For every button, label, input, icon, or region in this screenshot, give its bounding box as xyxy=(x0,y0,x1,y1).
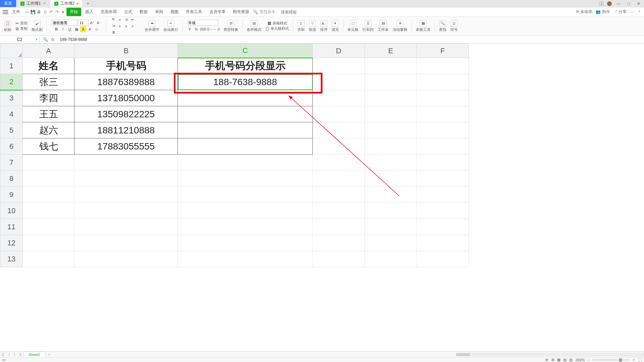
cell[interactable] xyxy=(365,251,417,267)
cell[interactable]: 姓名 xyxy=(23,58,75,74)
close-icon[interactable]: ✕ xyxy=(43,1,46,6)
percent-icon[interactable]: % xyxy=(193,26,199,32)
col-header-a[interactable]: A xyxy=(23,44,75,58)
sheet-button[interactable]: ▤工作表 xyxy=(376,20,390,32)
cell[interactable] xyxy=(178,155,313,171)
col-header-d[interactable]: D xyxy=(313,44,365,58)
menu-review[interactable]: 审阅 xyxy=(152,8,166,16)
font-size-input[interactable] xyxy=(78,20,89,26)
border-button[interactable]: ▦ xyxy=(73,26,80,32)
cond-format-button[interactable]: ▤条件格式 xyxy=(245,20,263,32)
name-box[interactable]: ▼ xyxy=(0,36,40,43)
align-top-icon[interactable]: ⇱ xyxy=(110,17,116,23)
menu-formulas[interactable]: 公式 xyxy=(121,8,136,16)
share-link[interactable]: ↗ 分享 xyxy=(613,9,627,15)
filter-button[interactable]: ▽筛选 xyxy=(307,20,317,32)
redo-icon[interactable]: ↷ xyxy=(54,9,60,15)
cell[interactable] xyxy=(365,122,417,138)
indent-dec-icon[interactable]: ⇤ xyxy=(130,17,136,23)
cell[interactable] xyxy=(417,219,469,235)
dec-decimal-icon[interactable]: ←.0 xyxy=(213,26,219,32)
cell-style-button[interactable]: ▢单元格样式 xyxy=(265,26,289,31)
cell[interactable] xyxy=(417,235,469,251)
cell[interactable] xyxy=(417,90,469,106)
dropdown-icon[interactable]: ▾ xyxy=(60,9,66,15)
cut-button[interactable]: ✂剪切 xyxy=(15,21,28,26)
cell[interactable] xyxy=(365,106,417,122)
cell[interactable] xyxy=(178,171,313,187)
cell[interactable] xyxy=(23,155,75,171)
align-mid-icon[interactable]: ≡ xyxy=(117,17,123,23)
cell[interactable] xyxy=(417,171,469,187)
tabletool-button[interactable]: ▦表格工具 xyxy=(414,20,432,32)
wrap-button[interactable]: ↵自动换行 xyxy=(162,20,180,32)
cell[interactable] xyxy=(178,90,313,106)
cell[interactable] xyxy=(417,187,469,203)
fullscreen-icon[interactable]: ⛶ xyxy=(638,358,642,362)
layout-normal-icon[interactable]: ▦ xyxy=(557,358,560,362)
cell[interactable] xyxy=(417,58,469,74)
cell[interactable] xyxy=(75,187,178,203)
align-buttons[interactable]: ⇱≡⇲⇤⇥ ≡≡≡≣ xyxy=(110,17,141,36)
increase-font-icon[interactable]: A⁺ xyxy=(89,20,95,26)
zoom-slider[interactable] xyxy=(592,359,629,361)
cell[interactable] xyxy=(23,219,75,235)
zoom-knob[interactable] xyxy=(619,358,622,362)
unsaved-indicator[interactable]: ⟳ 未保存 xyxy=(576,9,592,15)
cell[interactable]: 王五 xyxy=(23,106,75,122)
cell[interactable] xyxy=(313,235,365,251)
cell[interactable] xyxy=(365,187,417,203)
align-right-icon[interactable]: ≡ xyxy=(130,23,136,29)
cell[interactable] xyxy=(417,74,469,90)
cell[interactable] xyxy=(178,219,313,235)
rowcol-button[interactable]: ☰行和列 xyxy=(361,20,375,32)
italic-button[interactable]: I xyxy=(60,26,66,32)
menu-view[interactable]: 视图 xyxy=(167,8,182,16)
cell[interactable] xyxy=(178,138,313,155)
symbol-button[interactable]: Ω符号 xyxy=(449,20,459,32)
menu-data[interactable]: 数据 xyxy=(136,8,151,16)
align-left-icon[interactable]: ≡ xyxy=(117,23,123,29)
row-header[interactable]: 6 xyxy=(0,138,23,155)
cell[interactable] xyxy=(365,235,417,251)
cell[interactable]: 赵六 xyxy=(23,122,75,138)
sheet-nav-next[interactable]: ⟩ xyxy=(12,352,17,357)
indent-inc-icon[interactable]: ⇥ xyxy=(110,23,116,29)
menu-member[interactable]: 会员专享 xyxy=(206,8,229,16)
tab-workbook-1[interactable]: 工作簿1✕ xyxy=(16,0,50,7)
cell[interactable]: 18876389888 xyxy=(75,74,178,90)
avatar[interactable] xyxy=(607,1,612,6)
row-header[interactable]: 1 xyxy=(0,58,23,74)
cell[interactable] xyxy=(365,155,417,171)
row-header[interactable]: 10 xyxy=(0,203,23,219)
col-header-e[interactable]: E xyxy=(365,44,417,58)
cell[interactable] xyxy=(75,155,178,171)
type-convert-button[interactable]: ⇄类型转换 xyxy=(222,20,240,32)
cell[interactable] xyxy=(313,138,365,155)
layout-page-icon[interactable]: ▤ xyxy=(563,358,566,362)
fill-button[interactable]: ▾填充 xyxy=(330,20,340,32)
zoom-value[interactable]: 280% xyxy=(575,358,585,362)
cell-button[interactable]: ▢单元格 xyxy=(346,20,360,32)
cell[interactable] xyxy=(365,58,417,74)
cell[interactable] xyxy=(313,90,365,106)
cell[interactable]: 钱七 xyxy=(23,138,75,155)
sort-button[interactable]: A↓排序 xyxy=(319,20,329,32)
cell[interactable]: 13509822225 xyxy=(75,106,178,122)
cell[interactable] xyxy=(75,219,178,235)
scrollbar-thumb[interactable] xyxy=(456,353,470,356)
col-header-b[interactable]: B xyxy=(75,44,178,58)
cell[interactable]: 18811210888 xyxy=(75,122,178,138)
preview-icon[interactable]: ⎙ xyxy=(42,9,48,15)
number-format-select[interactable] xyxy=(188,20,218,26)
command-search[interactable]: 🔍 查找命令、 xyxy=(253,9,321,15)
font-color-button[interactable]: A xyxy=(87,26,93,32)
close-window-button[interactable]: ✕ xyxy=(635,1,642,6)
align-center-icon[interactable]: ≡ xyxy=(123,23,129,29)
print-icon[interactable]: 🖶 xyxy=(36,9,42,15)
clear-format-button[interactable]: ◇ xyxy=(94,26,100,32)
col-header-c[interactable]: C xyxy=(178,44,313,58)
fx-icon[interactable]: fx xyxy=(51,37,54,42)
cell[interactable] xyxy=(417,122,469,138)
format-painter-button[interactable]: 🖌格式刷 xyxy=(30,20,44,32)
